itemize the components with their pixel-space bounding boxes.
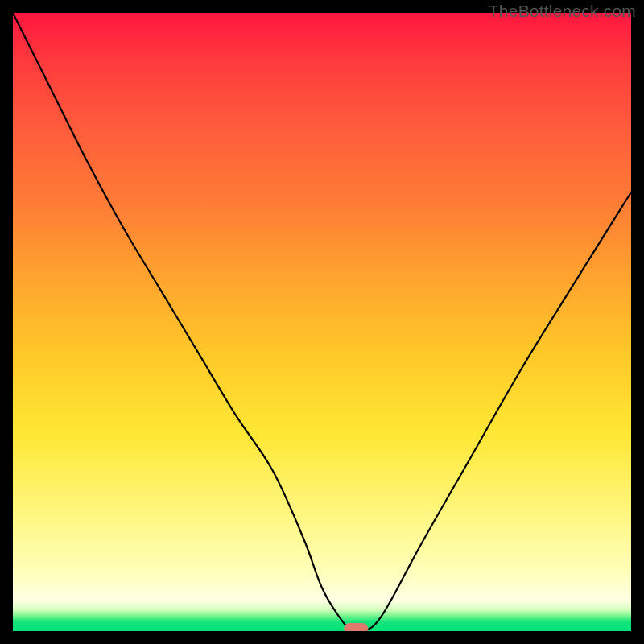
bottleneck-curve	[13, 13, 631, 631]
watermark-text: TheBottleneck.com	[489, 2, 636, 21]
plot-area	[13, 13, 631, 631]
svg-rect-0	[344, 623, 368, 631]
chart-frame: TheBottleneck.com	[0, 0, 644, 644]
optimal-point-marker	[13, 13, 631, 631]
